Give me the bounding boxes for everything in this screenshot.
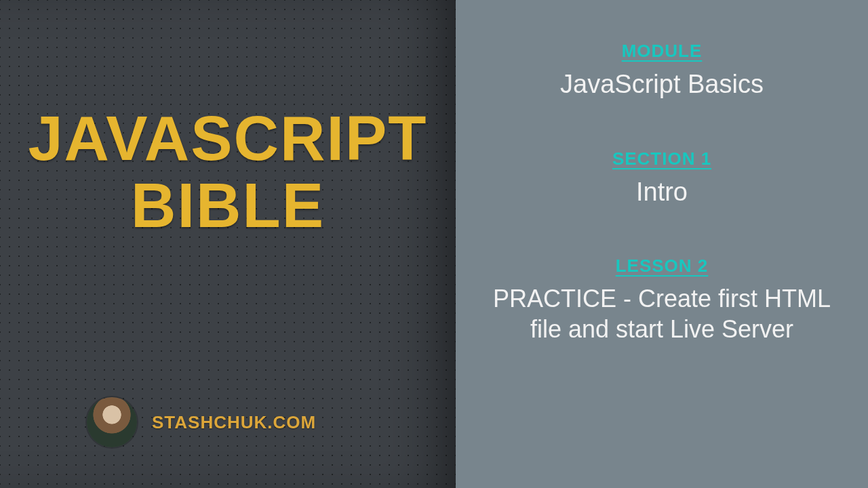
lesson-label: LESSON 2 <box>476 256 848 277</box>
title-line-2: BIBLE <box>0 172 456 239</box>
module-value: JavaScript Basics <box>476 68 848 101</box>
section-value: Intro <box>476 176 848 209</box>
left-panel: JAVASCRIPT BIBLE STASHCHUK.COM <box>0 0 456 488</box>
lesson-block: LESSON 2 PRACTICE - Create first HTML fi… <box>476 256 848 344</box>
course-title: JAVASCRIPT BIBLE <box>0 105 456 240</box>
module-block: MODULE JavaScript Basics <box>476 41 848 101</box>
author-avatar <box>87 397 137 447</box>
author-site: STASHCHUK.COM <box>152 412 316 433</box>
module-label: MODULE <box>476 41 848 62</box>
lesson-value: PRACTICE - Create first HTML file and st… <box>476 283 848 344</box>
title-line-1: JAVASCRIPT <box>0 105 456 172</box>
section-block: SECTION 1 Intro <box>476 148 848 209</box>
slide: JAVASCRIPT BIBLE STASHCHUK.COM MODULE Ja… <box>0 0 868 488</box>
section-label: SECTION 1 <box>476 148 848 169</box>
right-panel: MODULE JavaScript Basics SECTION 1 Intro… <box>456 0 868 488</box>
author-footer: STASHCHUK.COM <box>87 397 316 447</box>
